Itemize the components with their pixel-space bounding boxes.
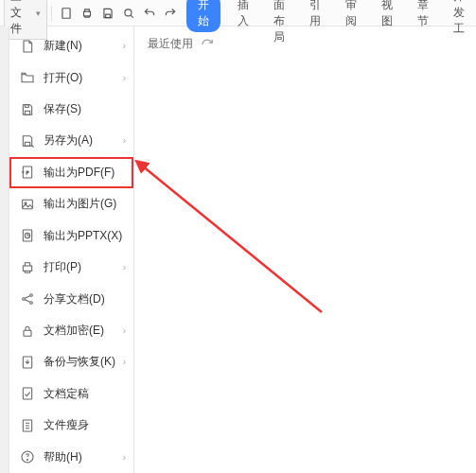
menu-item-folder-open[interactable]: 打开(O)› [9, 61, 133, 93]
svg-rect-2 [106, 14, 111, 18]
menu-item-export-pdf[interactable]: P输出为PDF(F) [9, 157, 133, 188]
svg-rect-13 [23, 266, 31, 271]
redo-icon[interactable] [164, 6, 177, 21]
left-gutter [0, 26, 9, 473]
save-icon[interactable] [101, 6, 115, 21]
content-panel: 最近使用 [134, 26, 476, 473]
menu-item-backup[interactable]: 备份与恢复(K)› [9, 346, 133, 377]
chevron-right-icon: › [123, 41, 126, 51]
export-image-icon [19, 196, 36, 213]
menu-item-save[interactable]: 保存(S) [9, 94, 133, 125]
menu-item-help[interactable]: 帮助(H)› [9, 441, 133, 472]
svg-rect-4 [25, 111, 29, 114]
menu-item-label: 分享文档(D) [44, 291, 126, 307]
svg-rect-1 [84, 11, 91, 16]
menu-item-compress[interactable]: 文件瘦身 [9, 410, 133, 441]
help-icon [19, 448, 36, 465]
menu-item-label: 保存(S) [44, 101, 126, 117]
chevron-right-icon: › [123, 452, 126, 463]
app-body: 新建(N)›打开(O)›保存(S)另存为(A)›P输出为PDF(F)输出为图片(… [0, 26, 476, 473]
svg-rect-9 [23, 200, 33, 208]
chevron-right-icon: › [123, 135, 126, 146]
print-icon[interactable] [80, 6, 94, 21]
svg-point-15 [30, 294, 33, 297]
export-pptx-icon [19, 227, 36, 244]
menu-item-share[interactable]: 分享文档(D) [9, 283, 133, 314]
top-toolbar: 三 文件 ▾ 开始 插入 页面布局 引用 审阅 视图 章节 开发工 [0, 0, 476, 26]
svg-point-3 [125, 9, 132, 15]
chevron-down-icon: ▾ [36, 9, 41, 18]
file-menu: 新建(N)›打开(O)›保存(S)另存为(A)›P输出为PDF(F)输出为图片(… [9, 26, 134, 473]
menu-item-print[interactable]: 打印(P)› [9, 252, 133, 283]
svg-rect-17 [24, 330, 31, 336]
recent-used-header: 最近使用 [148, 36, 463, 52]
finalize-icon [19, 385, 36, 402]
menu-item-label: 打印(P) [44, 259, 123, 275]
svg-rect-0 [62, 8, 70, 18]
menu-item-label: 文档加密(E) [44, 323, 123, 339]
menu-item-label: 输出为图片(G) [44, 196, 126, 212]
menu-item-export-pptx[interactable]: 输出为PPTX(X) [9, 220, 133, 252]
svg-text:P: P [26, 170, 29, 175]
menu-item-label: 文件瘦身 [44, 417, 126, 433]
menu-item-save-as[interactable]: 另存为(A)› [9, 125, 133, 156]
folder-open-icon [19, 69, 36, 86]
chevron-right-icon: › [123, 357, 126, 367]
recent-used-label: 最近使用 [148, 36, 193, 52]
menu-item-label: 打开(O) [44, 70, 123, 86]
menu-item-label: 帮助(H) [44, 449, 123, 465]
menu-item-file-blank[interactable]: 新建(N)› [9, 30, 133, 61]
menu-item-label: 文档定稿 [44, 386, 126, 402]
chevron-right-icon: › [123, 73, 126, 83]
print-icon [19, 259, 36, 276]
menu-item-finalize[interactable]: 文档定稿 [9, 378, 133, 410]
compress-icon [19, 417, 36, 434]
menu-item-export-image[interactable]: 输出为图片(G) [9, 188, 133, 219]
menu-item-label: 备份与恢复(K) [44, 354, 123, 370]
preview-icon[interactable] [122, 6, 135, 21]
undo-icon[interactable] [143, 6, 156, 21]
svg-point-14 [23, 298, 26, 301]
menu-item-label: 新建(N) [44, 38, 123, 54]
svg-point-16 [30, 302, 33, 305]
refresh-icon[interactable] [201, 38, 214, 51]
share-icon [19, 290, 36, 307]
menu-item-label: 另存为(A) [44, 132, 123, 149]
menu-item-lock[interactable]: 文档加密(E)› [9, 315, 133, 346]
chevron-right-icon: › [123, 262, 126, 272]
backup-icon [19, 354, 36, 371]
file-blank-icon [19, 38, 36, 55]
lock-icon [19, 323, 36, 340]
new-doc-icon[interactable] [60, 6, 73, 21]
chevron-right-icon: › [123, 325, 126, 336]
save-as-icon [19, 132, 36, 149]
svg-point-22 [27, 460, 28, 461]
separator [51, 6, 52, 21]
svg-rect-19 [23, 388, 31, 399]
save-icon [19, 101, 36, 118]
menu-item-label: 输出为PPTX(X) [44, 228, 126, 244]
menu-item-label: 输出为PDF(F) [44, 165, 126, 181]
svg-rect-6 [25, 142, 29, 146]
export-pdf-icon: P [19, 164, 36, 181]
svg-rect-5 [25, 104, 28, 107]
